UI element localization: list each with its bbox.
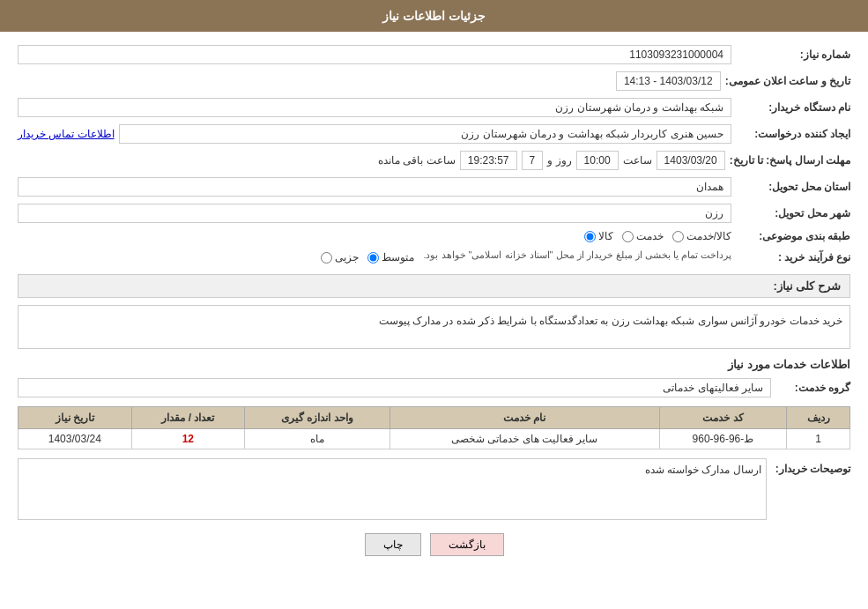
- process-label: نوع فرآیند خرید :: [736, 251, 850, 264]
- col-header-code: کد خدمت: [659, 407, 787, 429]
- need-number-value: 1103093231000004: [18, 45, 731, 64]
- header-title: جزئیات اطلاعات نیاز: [382, 9, 486, 23]
- cell-code: ط-96-96-960: [659, 429, 787, 449]
- col-header-qty: تعداد / مقدار: [131, 407, 244, 429]
- province-value: همدان: [18, 177, 731, 197]
- city-label: شهر محل تحویل:: [736, 207, 850, 219]
- buyer-notes-box: ارسال مدارک خواسته شده: [18, 458, 767, 520]
- category-option-kala-khedmat[interactable]: کالا/خدمت: [672, 230, 731, 242]
- buyer-org-label: نام دستگاه خریدار:: [736, 101, 850, 114]
- need-description-section-title: شرح کلی نیاز:: [18, 274, 850, 298]
- buttons-row: بازگشت چاپ: [18, 533, 850, 556]
- category-kala-khedmat-label: کالا/خدمت: [686, 230, 731, 242]
- table-row: 1 ط-96-96-960 سایر فعالیت های خدماتی شخص…: [19, 429, 850, 449]
- need-number-row: شماره نیاز: 1103093231000004: [18, 45, 850, 64]
- category-option-khedmat[interactable]: خدمت: [622, 230, 664, 242]
- cell-qty: 12: [131, 429, 244, 449]
- need-number-label: شماره نیاز:: [736, 48, 850, 61]
- province-label: استان محل تحویل:: [736, 181, 850, 193]
- creator-row: ایجاد کننده درخواست: حسین هنری کاربردار …: [18, 124, 850, 144]
- city-value: رزن: [18, 204, 731, 223]
- back-button[interactable]: بازگشت: [430, 533, 504, 556]
- process-notice: پرداخت تمام یا بخشی از مبلغ خریدار از مح…: [423, 249, 731, 261]
- deadline-remaining-label: ساعت باقی مانده: [378, 154, 456, 167]
- category-kala-label: کالا: [598, 230, 613, 242]
- process-radio-group: پرداخت تمام یا بخشی از مبلغ خریدار از مح…: [321, 249, 731, 265]
- items-table: ردیف کد خدمت نام خدمت واحد اندازه گیری ت…: [18, 406, 850, 449]
- col-header-unit: واحد اندازه گیری: [245, 407, 390, 429]
- date-value: 1403/03/12 - 14:13: [616, 71, 721, 91]
- process-option-motavaset[interactable]: متوسط: [367, 251, 414, 264]
- cell-row: 1: [787, 429, 850, 449]
- category-row: طبقه بندی موضوعی: کالا/خدمت خدمت کالا: [18, 230, 850, 242]
- service-group-value: سایر فعالیتهای خدماتی: [18, 378, 771, 397]
- process-row: نوع فرآیند خرید : پرداخت تمام یا بخشی از…: [18, 249, 850, 265]
- process-jozi-label: جزیی: [335, 251, 359, 264]
- buyer-org-value: شبکه بهداشت و درمان شهرستان رزن: [18, 98, 731, 117]
- deadline-time-label: ساعت: [623, 154, 652, 167]
- deadline-label: مهلت ارسال پاسخ: تا تاریخ:: [730, 154, 850, 167]
- buyer-org-row: نام دستگاه خریدار: شبکه بهداشت و درمان ش…: [18, 98, 850, 117]
- province-row: استان محل تحویل: همدان: [18, 177, 850, 197]
- buyer-notes-row: توصیحات خریدار: ارسال مدارک خواسته شده: [18, 458, 850, 520]
- cell-name: سایر فعالیت های خدماتی شخصی: [389, 429, 659, 449]
- date-row: تاریخ و ساعت اعلان عمومی: 1403/03/12 - 1…: [18, 71, 850, 91]
- buyer-notes-label: توصیحات خریدار:: [775, 463, 850, 475]
- creator-value: حسین هنری کاربردار شبکه بهداشت و درمان ش…: [119, 124, 731, 144]
- cell-unit: ماه: [245, 429, 390, 449]
- deadline-row: مهلت ارسال پاسخ: تا تاریخ: 1403/03/20 سا…: [18, 151, 850, 170]
- category-khedmat-label: خدمت: [636, 230, 664, 242]
- creator-contact-link[interactable]: اطلاعات تماس خریدار: [18, 128, 115, 140]
- col-header-name: نام خدمت: [389, 407, 659, 429]
- col-header-row: ردیف: [787, 407, 850, 429]
- service-section-title: اطلاعات خدمات مورد نیاز: [18, 358, 850, 371]
- creator-label: ایجاد کننده درخواست:: [736, 128, 850, 140]
- date-label: تاریخ و ساعت اعلان عمومی:: [725, 75, 850, 87]
- process-motavaset-label: متوسط: [382, 251, 414, 264]
- deadline-days-label: روز و: [547, 154, 571, 167]
- category-label: طبقه بندی موضوعی:: [736, 230, 850, 242]
- deadline-days: 7: [522, 151, 544, 170]
- city-row: شهر محل تحویل: رزن: [18, 204, 850, 223]
- cell-date: 1403/03/24: [19, 429, 132, 449]
- category-radio-group: کالا/خدمت خدمت کالا: [584, 230, 731, 242]
- need-description-text: خرید خدمات خودرو آژانس سواری شبکه بهداشت…: [18, 305, 850, 349]
- col-header-date: تاریخ نیاز: [19, 407, 132, 429]
- deadline-remaining: 19:23:57: [460, 151, 517, 170]
- process-option-jozi[interactable]: جزیی: [321, 251, 359, 264]
- deadline-date: 1403/03/20: [657, 151, 725, 170]
- service-group-row: گروه خدمت: سایر فعالیتهای خدماتی: [18, 378, 850, 397]
- page-header: جزئیات اطلاعات نیاز: [0, 0, 868, 32]
- category-option-kala[interactable]: کالا: [584, 230, 613, 242]
- print-button[interactable]: چاپ: [365, 533, 421, 556]
- service-group-label: گروه خدمت:: [780, 382, 850, 394]
- deadline-time: 10:00: [576, 151, 619, 170]
